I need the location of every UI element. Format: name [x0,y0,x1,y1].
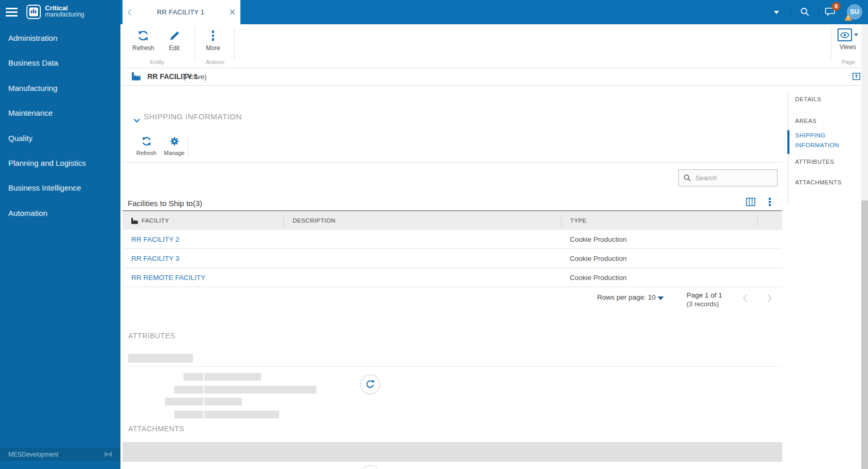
facilities-table: FACILITY DESCRIPTION TYPE RR FACILITY 2 … [123,210,782,287]
column-header-type[interactable]: TYPE [561,214,757,227]
column-label: DESCRIPTION [293,217,336,224]
nav-item-shipping-information[interactable]: SHIPPING INFORMATION [795,131,843,150]
nav-item-details[interactable]: DETAILS [795,95,843,104]
group-label-entity: Entity [136,59,178,65]
facility-link[interactable]: RR REMOTE FACILITY [131,274,205,282]
rows-per-page-select[interactable]: Rows per page: 10 [597,293,656,301]
edit-label: Edit [159,44,190,52]
environment-label: MESDevelopment [8,451,58,458]
group-label-page: Page [833,59,864,65]
refresh-button[interactable]: Refresh [128,28,159,52]
brand-line2: manufacturing [45,11,84,18]
more-label: More [197,44,229,52]
active-section-accent [787,130,789,154]
table-row[interactable]: RR REMOTE FACILITY Cookie Production [123,268,782,287]
top-bar: RR FACILITY 1 8 SU [120,0,868,24]
table-title: Facilities to Ship to(3) [128,199,202,208]
skeleton-value [204,373,261,381]
sidebar-item-automation[interactable]: Automation [0,201,120,226]
previous-page-icon[interactable] [742,294,748,305]
column-label: TYPE [570,217,587,224]
sidebar-item-business-data[interactable]: Business Data [0,51,120,75]
page-info: Page 1 of 1 [687,291,722,299]
facility-link[interactable]: RR FACILITY 3 [131,255,179,262]
menu-hamburger-icon[interactable] [6,8,18,17]
search-icon[interactable] [800,7,810,19]
shipping-manage-button[interactable]: Manage [160,135,189,156]
refresh-icon [128,28,159,43]
skeleton-bar [128,354,193,363]
tab-title: RR FACILITY 1 [132,8,230,16]
sidebar-item-maintenance[interactable]: Maintenance [0,101,120,126]
type-cell: Cookie Production [561,274,757,282]
entity-header: RR FACILITY 1 (Active) [120,68,861,86]
loading-spinner [360,374,380,394]
more-button[interactable]: More [197,28,229,52]
loading-spinner [360,465,380,469]
topbar-separator [791,5,792,19]
refresh-label: Refresh [132,150,161,156]
sidebar-item-administration[interactable]: Administration [0,26,120,51]
warning-icon [844,13,852,23]
tab-scroll-left-icon[interactable] [127,9,132,16]
facility-icon [131,217,139,224]
table-row[interactable]: RR FACILITY 3 Cookie Production [123,249,782,268]
nav-item-attributes[interactable]: ATTRIBUTES [795,157,843,167]
messages-badge: 8 [832,2,841,11]
shipping-refresh-button[interactable]: Refresh [132,135,161,156]
column-header-spacer [757,214,782,227]
table-row[interactable]: RR FACILITY 2 Cookie Production [123,230,782,249]
type-cell: Cookie Production [561,236,757,243]
main-area: Refresh Edit More Entity Actions [120,24,868,469]
tab-close-icon[interactable] [230,9,235,15]
column-label: FACILITY [142,217,169,224]
collapse-panel-icon[interactable] [852,73,860,82]
section-collapse-chevron-icon[interactable] [133,116,140,125]
search-input[interactable] [694,174,769,182]
nav-item-attachments[interactable]: ATTACHMENTS [795,178,843,187]
edit-button[interactable]: Edit [159,28,190,52]
gear-icon [160,135,189,147]
next-page-icon[interactable] [767,294,772,305]
refresh-label: Refresh [128,44,159,52]
more-kebab-icon [197,28,229,43]
toolbar-divider [831,28,831,60]
environment-footer[interactable]: MESDevelopment [0,448,120,461]
section-title-attributes: ATTRIBUTES [128,332,175,340]
skeleton-value [204,398,242,405]
rows-per-page-caret-icon[interactable] [658,296,664,300]
scrollbar-thumb[interactable] [861,200,868,469]
page-toolbar: Refresh Edit More Entity Actions [120,24,861,68]
group-label-actions: Actions [194,59,236,65]
chevron-down-icon [854,34,858,36]
table-search [678,169,778,186]
sidebar-item-business-intelligence[interactable]: Business Intelligence [0,176,120,200]
critical-manufacturing-logo-icon [26,5,41,19]
skeleton-block [123,442,782,462]
chevron-down-icon[interactable] [774,11,779,14]
sidebar-item-planning-logistics[interactable]: Planning and Logistics [0,151,120,176]
column-header-description[interactable]: DESCRIPTION [283,214,561,227]
sidebar-item-quality[interactable]: Quality [0,126,120,151]
skeleton-label [174,411,203,418]
pencil-icon [159,28,190,43]
table-menu-kebab-icon[interactable] [768,197,772,207]
toolbar-divider [194,28,195,60]
section-title-shipping: SHIPPING INFORMATION [144,112,242,121]
sidebar-item-manufacturing[interactable]: Manufacturing [0,76,120,101]
facility-link[interactable]: RR FACILITY 2 [131,236,179,243]
tab-rr-facility-1[interactable]: RR FACILITY 1 [123,0,240,24]
column-chooser-icon[interactable] [746,198,755,208]
column-header-facility[interactable]: FACILITY [123,214,283,227]
views-button[interactable]: Views [836,28,860,51]
records-info: (3 records) [687,300,719,308]
section-title-attachments: ATTACHMENTS [128,425,184,433]
type-cell: Cookie Production [561,255,757,262]
facility-icon [131,72,141,81]
skeleton-label [184,373,203,381]
section-nav: DETAILS AREAS SHIPPING INFORMATION ATTRI… [788,93,845,202]
section-toolbar-divider [188,134,188,156]
views-label: Views [836,43,860,51]
toolbar-divider [234,28,235,60]
nav-item-areas[interactable]: AREAS [795,116,843,126]
